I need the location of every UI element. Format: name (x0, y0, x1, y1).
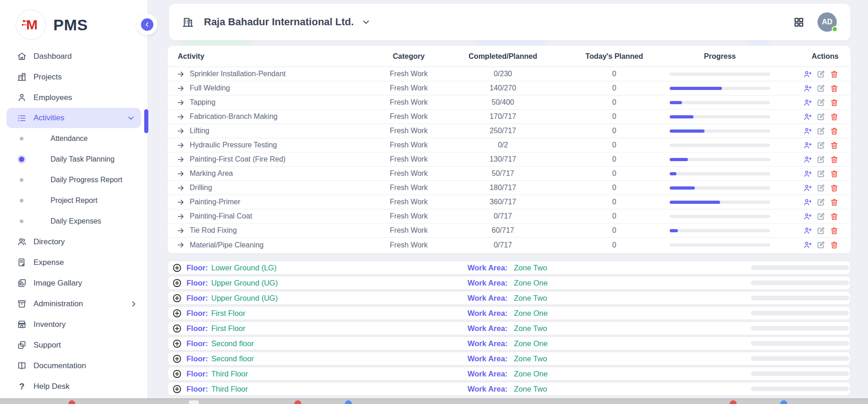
user-avatar[interactable]: AD (817, 12, 837, 32)
taskbar-icon[interactable] (345, 400, 352, 404)
assign-user-button[interactable] (803, 127, 812, 135)
progress-cell (668, 186, 772, 190)
edit-button[interactable] (817, 98, 825, 107)
assign-user-button[interactable] (803, 98, 812, 107)
edit-button[interactable] (817, 212, 825, 221)
assign-user-button[interactable] (803, 70, 812, 79)
expand-plus-icon[interactable] (172, 263, 182, 273)
assign-user-button[interactable] (803, 212, 812, 221)
assign-user-button[interactable] (803, 112, 812, 121)
taskbar-icon[interactable] (68, 400, 75, 404)
progress-track (670, 172, 770, 175)
sidebar-item-projects[interactable]: Projects (0, 67, 147, 87)
sidebar-subitem-daily-progress-report[interactable]: Daily Progress Report (0, 169, 147, 190)
expand-plus-icon[interactable] (172, 339, 182, 348)
delete-button[interactable] (830, 198, 839, 207)
progress-fill (670, 115, 693, 118)
edit-button[interactable] (817, 226, 825, 235)
edit-button[interactable] (817, 155, 825, 164)
actions-cell (772, 226, 851, 235)
avatar-initials: AD (822, 18, 832, 26)
todays-planned-cell: 0 (560, 141, 668, 149)
delete-button[interactable] (830, 84, 839, 93)
expand-plus-icon[interactable] (172, 309, 182, 318)
taskbar-icon[interactable] (188, 400, 199, 404)
sidebar-collapse-button[interactable] (141, 18, 153, 31)
bullet-icon (20, 178, 23, 182)
edit-button[interactable] (817, 184, 825, 192)
delete-button[interactable] (830, 70, 839, 79)
sidebar-item-label: Support (34, 341, 61, 350)
expand-plus-icon[interactable] (172, 293, 182, 303)
delete-button[interactable] (830, 169, 839, 178)
delete-button[interactable] (830, 212, 839, 221)
sidebar-item-activities[interactable]: Activities (6, 108, 141, 128)
edit-button[interactable] (817, 198, 825, 207)
sidebar-item-dashboard[interactable]: Dashboard (0, 46, 147, 67)
sidebar-item-directory[interactable]: Directory (0, 231, 147, 252)
edit-button[interactable] (817, 169, 825, 178)
expand-plus-icon[interactable] (172, 278, 182, 288)
expand-plus-icon[interactable] (172, 324, 182, 333)
delete-button[interactable] (830, 98, 839, 107)
taskbar-icon[interactable] (780, 400, 787, 404)
assign-user-button[interactable] (803, 198, 812, 207)
completed-planned-cell: 50/400 (445, 98, 560, 107)
activity-cell: Marking Area (168, 169, 372, 178)
sidebar-subitem-label: Daily Expenses (51, 217, 101, 225)
sidebar-scrollbar-thumb[interactable] (144, 109, 148, 133)
taskbar-icon[interactable] (294, 400, 301, 404)
delete-button[interactable] (830, 184, 839, 192)
actions-cell (772, 198, 851, 207)
delete-button[interactable] (830, 241, 839, 249)
taskbar-icon[interactable] (730, 400, 737, 404)
expand-plus-icon[interactable] (172, 384, 182, 394)
floor-value: Upper Ground (UG) (211, 294, 278, 303)
assign-user-button[interactable] (803, 241, 812, 249)
actions-cell (772, 184, 851, 192)
sidebar-item-inventory[interactable]: Inventory (0, 314, 147, 335)
table-row: Painting-First Coat (Fire Red) Fresh Wor… (168, 152, 851, 167)
sidebar-item-expense[interactable]: Expense (0, 252, 147, 273)
bullet-icon (20, 219, 23, 223)
assign-user-button[interactable] (803, 169, 812, 178)
apps-grid-button[interactable] (793, 17, 805, 28)
sidebar-item-support[interactable]: Support (0, 335, 147, 355)
edit-button[interactable] (817, 241, 825, 249)
progress-track (670, 201, 770, 204)
edit-button[interactable] (817, 84, 825, 93)
edit-button[interactable] (817, 141, 825, 150)
sidebar-item-documentation[interactable]: Documentation (0, 355, 147, 376)
completed-planned-cell: 360/717 (445, 198, 560, 206)
sidebar-item-help-desk[interactable]: ? Help Desk (0, 376, 147, 397)
progress-track (670, 87, 770, 90)
delete-button[interactable] (830, 226, 839, 235)
expand-plus-icon[interactable] (172, 369, 182, 379)
assign-user-button[interactable] (803, 226, 812, 235)
sidebar-subitem-daily-expenses[interactable]: Daily Expenses (0, 211, 147, 231)
edit-button[interactable] (817, 112, 825, 121)
activity-name: Painting-First Coat (Fire Red) (190, 155, 286, 163)
edit-button[interactable] (817, 70, 825, 79)
sidebar-item-image-gallary[interactable]: Image Gallary (0, 273, 147, 293)
assign-user-button[interactable] (803, 155, 812, 164)
delete-button[interactable] (830, 112, 839, 121)
category-cell: Fresh Work (372, 198, 445, 206)
table-row: Drilling Fresh Work 180/717 0 (168, 181, 851, 195)
assign-user-button[interactable] (803, 141, 812, 150)
sidebar-item-employees[interactable]: Employees (0, 87, 147, 108)
sidebar-subitem-attendance[interactable]: Attendance (0, 128, 147, 149)
delete-button[interactable] (830, 141, 839, 150)
assign-user-button[interactable] (803, 184, 812, 192)
sidebar-subitem-daily-task-planning[interactable]: Daily Task Planning (0, 149, 147, 169)
edit-button[interactable] (817, 127, 825, 135)
bullet-icon (20, 137, 23, 140)
delete-button[interactable] (830, 155, 839, 164)
sidebar-subitem-project-report[interactable]: Project Report (0, 190, 147, 211)
chevron-down-icon[interactable] (362, 18, 370, 26)
assign-user-button[interactable] (803, 84, 812, 93)
expand-plus-icon[interactable] (172, 354, 182, 364)
sidebar-item-administration[interactable]: Administration (0, 293, 147, 314)
delete-button[interactable] (830, 127, 839, 135)
company-selector-label[interactable]: Raja Bahadur International Ltd. (204, 16, 354, 28)
